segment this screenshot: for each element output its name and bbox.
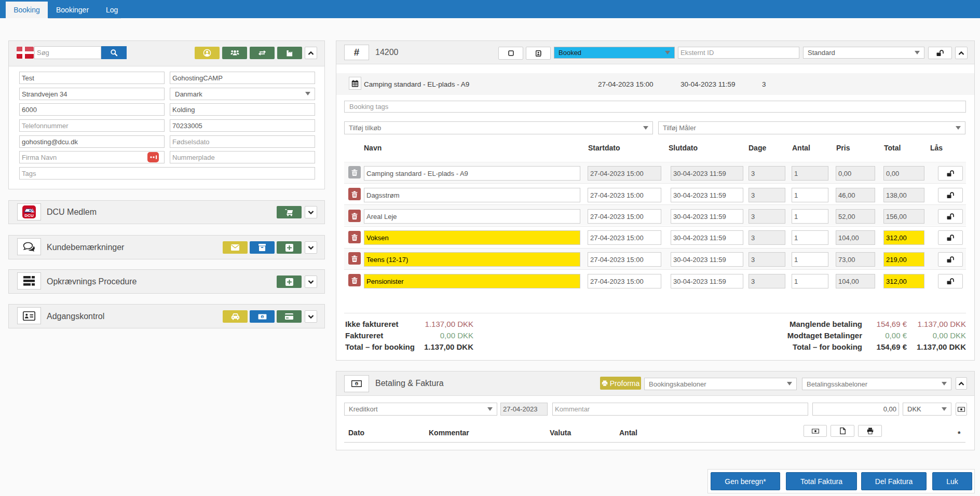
svg-text:DCU: DCU xyxy=(24,213,34,218)
svg-text:0: 0 xyxy=(261,315,263,318)
